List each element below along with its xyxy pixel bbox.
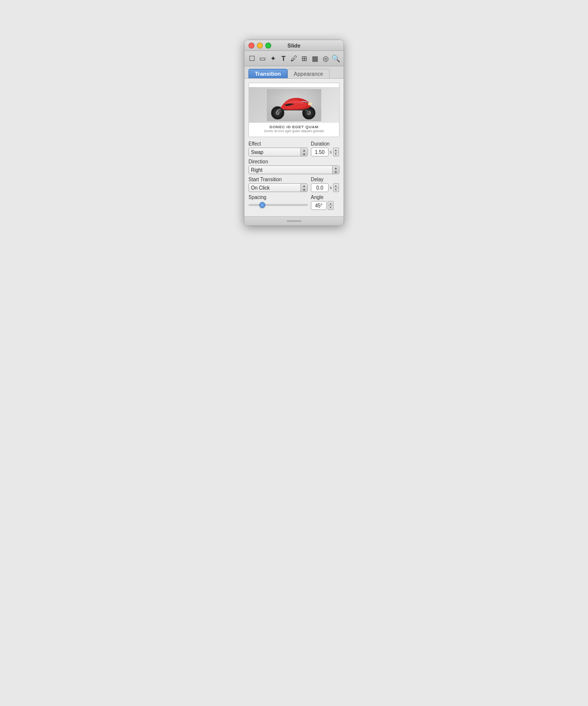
- media-icon[interactable]: 🖊: [290, 53, 298, 64]
- direction-label: Direction: [248, 159, 340, 164]
- search-icon[interactable]: 🔍: [332, 53, 341, 64]
- tab-transition[interactable]: Transition: [248, 69, 288, 78]
- angle-value: 45°: [311, 201, 327, 210]
- direction-select-wrapper: Right Left Up Down ▲ ▼: [248, 165, 340, 174]
- duration-group: 1.50 s ▲ ▼: [311, 148, 340, 156]
- svg-point-4: [277, 112, 279, 114]
- angle-up[interactable]: ▲: [328, 201, 334, 205]
- shape-icon[interactable]: ▭: [258, 53, 267, 64]
- spacing-slider-track[interactable]: [248, 204, 308, 206]
- mask-icon[interactable]: ◎: [321, 53, 330, 64]
- start-transition-select[interactable]: On Click Automatically: [248, 183, 308, 192]
- delay-group: 0.0 s ▲ ▼: [311, 183, 340, 192]
- chart-icon[interactable]: ▦: [310, 53, 319, 64]
- direction-select[interactable]: Right Left Up Down: [248, 165, 340, 174]
- effect-select[interactable]: Swap None Dissolve: [248, 148, 308, 156]
- angle-col: Angle 45° ▲ ▼: [311, 195, 340, 210]
- slide-title: DONEC ID EGET QUAM: [270, 125, 319, 129]
- duration-stepper[interactable]: ▲ ▼: [333, 148, 339, 156]
- table-icon[interactable]: ⊞: [300, 53, 309, 64]
- effect-select-wrapper: Swap None Dissolve ▲ ▼: [248, 148, 308, 156]
- direction-row: Direction Right Left Up Down ▲ ▼: [248, 159, 340, 174]
- duration-col: Duration 1.50 s ▲ ▼: [311, 141, 340, 156]
- slide-preview-image: [249, 87, 339, 123]
- spacing-row: Spacing Angle 45° ▲ ▼: [248, 195, 340, 210]
- window-controls: [248, 43, 271, 49]
- delay-stepper[interactable]: ▲ ▼: [333, 183, 339, 192]
- delay-col: Delay 0.0 s ▲ ▼: [311, 177, 340, 192]
- start-transition-row: Start Transition On Click Automatically …: [248, 177, 340, 192]
- star-icon[interactable]: ✦: [268, 53, 277, 64]
- angle-stepper[interactable]: ▲ ▼: [328, 201, 334, 210]
- resize-handle[interactable]: [287, 220, 301, 222]
- duration-unit: s: [330, 150, 332, 154]
- svg-point-17: [308, 102, 312, 105]
- delay-down[interactable]: ▼: [333, 188, 339, 193]
- angle-label: Angle: [311, 195, 340, 200]
- delay-label: Delay: [311, 177, 340, 182]
- start-transition-select-wrapper: On Click Automatically ▲ ▼: [248, 183, 308, 192]
- delay-unit: s: [330, 185, 332, 190]
- effect-row: Effect Swap None Dissolve ▲ ▼ Duration: [248, 141, 340, 156]
- slide-window: Slide ☐ ▭ ✦ T 🖊 ⊞ ▦ ◎ 🔍 Transition Appea…: [244, 40, 344, 226]
- spacing-slider-thumb[interactable]: [259, 202, 265, 208]
- duration-value: 1.50: [311, 148, 329, 156]
- start-transition-col: Start Transition On Click Automatically …: [248, 177, 308, 192]
- maximize-button[interactable]: [265, 43, 271, 49]
- tab-bar: Transition Appearance: [245, 66, 343, 79]
- title-bar: Slide: [245, 40, 343, 51]
- effect-label: Effect: [248, 141, 308, 147]
- delay-value: 0.0: [311, 183, 329, 192]
- spacing-label: Spacing: [248, 195, 308, 200]
- new-icon[interactable]: ☐: [247, 53, 256, 64]
- duration-down[interactable]: ▼: [333, 152, 339, 157]
- slide-preview: DONEC ID EGET QUAM Donec id eros eget qu…: [248, 83, 340, 137]
- angle-group: 45° ▲ ▼: [311, 201, 340, 210]
- bottom-bar: [245, 216, 343, 225]
- window-title: Slide: [288, 43, 300, 49]
- spacing-col: Spacing: [248, 195, 308, 206]
- delay-up[interactable]: ▲: [333, 183, 339, 188]
- duration-label: Duration: [311, 141, 340, 147]
- minimize-button[interactable]: [257, 43, 263, 49]
- effect-col: Effect Swap None Dissolve ▲ ▼: [248, 141, 308, 156]
- tab-appearance[interactable]: Appearance: [288, 69, 330, 78]
- motorcycle-svg: [267, 89, 321, 121]
- slide-subtitle: Donec id eros eget quam aliquam gravida: [264, 129, 324, 133]
- duration-up[interactable]: ▲: [333, 148, 339, 152]
- start-transition-label: Start Transition: [248, 177, 308, 182]
- close-button[interactable]: [248, 43, 254, 49]
- angle-down[interactable]: ▼: [328, 205, 334, 210]
- toolbar: ☐ ▭ ✦ T 🖊 ⊞ ▦ ◎ 🔍: [245, 51, 343, 66]
- text-icon[interactable]: T: [279, 53, 288, 64]
- main-content: DONEC ID EGET QUAM Donec id eros eget qu…: [245, 79, 343, 216]
